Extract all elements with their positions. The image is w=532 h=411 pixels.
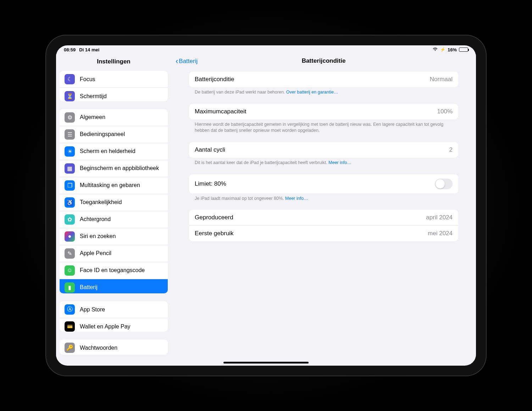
battery-pct: 16% <box>448 47 457 52</box>
warranty-link[interactable]: Over batterij en garantie… <box>286 90 338 95</box>
flower-icon: ✿ <box>65 214 75 225</box>
row-manufactured: Geproduceerd april 2024 <box>189 210 458 226</box>
sidebar-item-achtergrond[interactable]: ✿Achtergrond <box>60 211 168 228</box>
battery-icon <box>459 47 468 52</box>
sidebar-item-multitasking-en-gebaren[interactable]: ❐Multitasking en gebaren <box>60 177 168 194</box>
appstore-icon: Ⓐ <box>65 304 75 315</box>
sidebar-item-label: Toegankelijkheid <box>80 199 163 206</box>
chevron-left-icon: ‹ <box>176 57 178 66</box>
firstuse-value: mei 2024 <box>428 230 453 237</box>
sidebar-item-focus[interactable]: ☾Focus <box>60 71 168 88</box>
row-battery-condition[interactable]: Batterijconditie Normaal <box>189 72 458 87</box>
sidebar-item-toegankelijkheid[interactable]: ♿Toegankelijkheid <box>60 194 168 211</box>
sidebar-item-label: Batterij <box>80 284 163 291</box>
sidebar-item-label: Achtergrond <box>80 216 163 223</box>
settings-sidebar: Instellingen ☾Focus⏳Schermtijd ⚙Algemeen… <box>56 54 171 360</box>
person-icon: ♿ <box>65 197 75 208</box>
produced-value: april 2024 <box>426 214 453 221</box>
sidebar-item-label: Scherm en helderheid <box>80 148 163 154</box>
sidebar-item-label: Face ID en toegangscode <box>80 267 163 274</box>
back-button[interactable]: ‹ Batterij <box>176 57 198 66</box>
limit-link[interactable]: Meer info… <box>285 196 308 201</box>
limit-toggle[interactable] <box>435 179 453 189</box>
battery-icon: ▮ <box>65 282 75 293</box>
wallet-icon: 💳 <box>65 321 75 332</box>
sidebar-item-label: Wachtwoorden <box>80 345 163 351</box>
cycles-label: Aantal cycli <box>195 146 225 153</box>
sidebar-item-label: Algemeen <box>80 114 163 120</box>
page-title: Batterijconditie <box>302 57 346 64</box>
status-date: Di 14 mei <box>79 47 99 52</box>
firstuse-label: Eerste gebruik <box>195 230 234 237</box>
wifi-icon <box>432 47 438 52</box>
capacity-value: 100% <box>437 108 453 115</box>
row-max-capacity[interactable]: Maximumcapaciteit 100% <box>189 104 458 119</box>
capacity-footer: Hiermee wordt de batterijcapaciteit geme… <box>195 122 453 134</box>
sidebar-item-face-id-en-toegangscode[interactable]: ☺Face ID en toegangscode <box>60 262 168 279</box>
limit-footer: Je iPad laadt maximaal op tot ongeveer 8… <box>195 196 453 202</box>
siri-icon: ● <box>65 231 75 242</box>
condition-label: Batterijconditie <box>195 76 234 83</box>
sidebar-item-wallet-en-apple-pay[interactable]: 💳Wallet en Apple Pay <box>60 318 168 332</box>
status-bar: 08:59 Di 14 mei ⚡ 16% <box>56 45 476 54</box>
sidebar-item-batterij[interactable]: ▮Batterij <box>60 279 168 293</box>
limit-label: Limiet: 80% <box>195 180 226 187</box>
gear-icon: ⚙ <box>65 112 75 123</box>
sidebar-item-algemeen[interactable]: ⚙Algemeen <box>60 109 168 126</box>
sidebar-item-scherm-en-helderheid[interactable]: ☀Scherm en helderheid <box>60 143 168 160</box>
sidebar-item-app-store[interactable]: ⒶApp Store <box>60 301 168 318</box>
hourglass-icon: ⏳ <box>65 91 75 101</box>
capacity-label: Maximumcapaciteit <box>195 108 246 115</box>
sidebar-item-label: Wallet en Apple Pay <box>80 323 163 330</box>
faceid-icon: ☺ <box>65 265 75 276</box>
sidebar-item-label: App Store <box>80 306 163 313</box>
sun-icon: ☀ <box>65 146 75 157</box>
sidebar-title: Instellingen <box>56 54 171 69</box>
cycles-link[interactable]: Meer info… <box>328 160 351 165</box>
switches-icon: ☰ <box>65 129 75 140</box>
home-indicator[interactable] <box>223 362 309 364</box>
condition-value: Normaal <box>430 76 453 83</box>
sidebar-item-siri-en-zoeken[interactable]: ●Siri en zoeken <box>60 228 168 245</box>
rects-icon: ❐ <box>65 180 75 191</box>
cycles-value: 2 <box>449 146 453 153</box>
sidebar-item-label: Apple Pencil <box>80 250 163 257</box>
sidebar-item-beginscherm-en-appbibliotheek[interactable]: ▦Beginscherm en appbibliotheek <box>60 160 168 177</box>
cycles-footer: Dit is het aantal keer dat de iPad je ba… <box>195 160 453 166</box>
detail-pane: ‹ Batterij Batterijconditie Batterijcond… <box>171 54 476 360</box>
grid-icon: ▦ <box>65 163 75 174</box>
sidebar-item-label: Beginscherm en appbibliotheek <box>80 165 163 171</box>
sidebar-item-bedieningspaneel[interactable]: ☰Bedieningspaneel <box>60 126 168 143</box>
back-label: Batterij <box>179 58 198 65</box>
produced-label: Geproduceerd <box>195 214 233 221</box>
moon-icon: ☾ <box>65 74 75 84</box>
sidebar-item-label: Focus <box>80 76 163 83</box>
sidebar-item-label: Bedieningspaneel <box>80 131 163 137</box>
pencil-icon: ✎ <box>65 248 75 259</box>
sidebar-item-apple-pencil[interactable]: ✎Apple Pencil <box>60 245 168 262</box>
sidebar-item-label: Siri en zoeken <box>80 233 163 240</box>
sidebar-item-label: Multitasking en gebaren <box>80 182 163 188</box>
sidebar-item-schermtijd[interactable]: ⏳Schermtijd <box>60 88 168 101</box>
condition-footer: De batterij van deze iPad werkt naar beh… <box>195 89 453 95</box>
sidebar-item-label: Schermtijd <box>80 93 163 100</box>
sidebar-item-wachtwoorden[interactable]: 🔑Wachtwoorden <box>60 339 168 355</box>
row-charge-limit[interactable]: Limiet: 80% <box>189 174 458 193</box>
status-time: 08:59 <box>64 47 76 52</box>
row-first-use: Eerste gebruik mei 2024 <box>189 226 458 241</box>
key-icon: 🔑 <box>65 343 75 353</box>
row-cycle-count[interactable]: Aantal cycli 2 <box>189 142 458 158</box>
charging-icon: ⚡ <box>440 47 445 52</box>
